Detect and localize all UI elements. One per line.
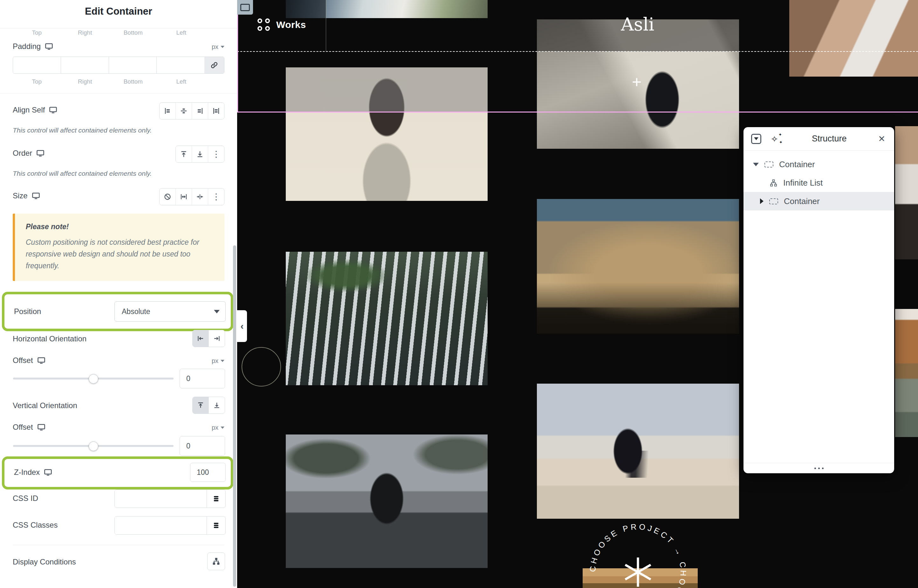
monitor-icon[interactable] xyxy=(44,469,52,476)
dot-icon xyxy=(815,468,816,469)
photo-portrait-plants[interactable] xyxy=(895,309,918,437)
order-note: This control will affect contained eleme… xyxy=(13,170,152,177)
works-nav-item[interactable]: Works xyxy=(257,18,306,31)
padding-right-input[interactable] xyxy=(61,57,109,73)
align-self-buttons xyxy=(159,102,225,120)
ellipsis-icon: ⋮ xyxy=(212,150,221,158)
css-id-label: CSS ID xyxy=(13,494,38,503)
css-classes-input[interactable] xyxy=(115,517,207,534)
chevron-down-icon xyxy=(221,360,225,362)
sparkles-icon[interactable]: ✧✦✦ xyxy=(771,134,782,144)
caret-right-icon[interactable] xyxy=(760,198,763,204)
order-last-button[interactable] xyxy=(192,146,208,162)
css-id-input[interactable] xyxy=(115,490,207,507)
dynamic-tags-button[interactable] xyxy=(207,490,225,507)
chevron-down-icon xyxy=(221,46,225,48)
horizontal-orientation-label: Horizontal Orientation xyxy=(13,334,86,343)
container-icon xyxy=(764,162,773,168)
position-label: Position xyxy=(14,307,41,316)
h-offset-unit-select[interactable]: px xyxy=(212,357,225,365)
v-offset-input[interactable] xyxy=(180,436,225,456)
tree-item-container-root[interactable]: Container xyxy=(743,155,894,174)
css-id-field xyxy=(115,489,226,508)
panel-collapse-tab[interactable]: ‹ xyxy=(237,310,247,342)
orient-bottom-icon xyxy=(213,401,221,409)
photo-pottery-strip[interactable] xyxy=(286,0,488,18)
position-select[interactable]: Absolute xyxy=(115,301,226,321)
orient-left-button[interactable] xyxy=(192,330,208,347)
orient-right-button[interactable] xyxy=(208,330,225,347)
stack-icon xyxy=(213,522,220,529)
monitor-icon[interactable] xyxy=(45,43,53,50)
tree-item-infinite-list[interactable]: Infinite List xyxy=(743,174,894,192)
monitor-icon[interactable] xyxy=(49,107,57,113)
v-offset-slider-handle[interactable] xyxy=(89,441,98,451)
size-custom-button[interactable]: ⋮ xyxy=(208,189,224,205)
link-icon xyxy=(210,61,218,69)
photo-waterfall[interactable] xyxy=(286,252,488,385)
sitemap-icon xyxy=(212,557,220,565)
order-first-icon xyxy=(180,150,187,158)
size-shrink-button[interactable] xyxy=(192,189,208,205)
size-grow-button[interactable] xyxy=(175,189,192,205)
h-offset-input[interactable] xyxy=(180,369,225,388)
monitor-icon[interactable] xyxy=(37,150,44,157)
structure-panel: ✧✦✦ Structure ✕ Container Infinite List … xyxy=(743,127,894,473)
order-custom-button[interactable]: ⋮ xyxy=(208,146,224,162)
size-none-button[interactable] xyxy=(160,189,175,205)
sitemap-icon xyxy=(769,179,777,187)
padding-unit-select[interactable]: px xyxy=(212,43,225,50)
structure-title: Structure xyxy=(782,134,877,144)
structure-resize-handle[interactable] xyxy=(743,463,894,473)
orient-left-icon xyxy=(197,335,204,342)
photo-woman-with-phone[interactable] xyxy=(286,67,488,201)
site-logo[interactable]: Asli xyxy=(614,14,661,35)
photo-rocks[interactable] xyxy=(537,199,739,334)
chevron-down-icon xyxy=(221,426,225,429)
z-index-input[interactable] xyxy=(191,463,225,481)
display-conditions-button[interactable] xyxy=(207,552,225,570)
padding-bottom-input[interactable] xyxy=(109,57,157,73)
monitor-icon[interactable] xyxy=(37,424,45,431)
orient-bottom-button[interactable] xyxy=(208,397,225,414)
padding-inputs xyxy=(13,57,225,74)
h-offset-slider-handle[interactable] xyxy=(89,374,98,384)
align-end-button[interactable] xyxy=(192,103,208,119)
v-offset-unit-select[interactable]: px xyxy=(212,424,225,431)
photo-salt-beach[interactable] xyxy=(537,384,739,519)
container-edit-handle[interactable] xyxy=(237,0,253,15)
align-center-button[interactable] xyxy=(175,103,192,119)
css-classes-field xyxy=(115,516,226,535)
padding-left-input[interactable] xyxy=(157,57,204,73)
boxed-caret-icon[interactable] xyxy=(751,134,761,144)
close-icon[interactable]: ✕ xyxy=(877,132,887,145)
dot-icon xyxy=(822,468,824,469)
panel-scrollbar[interactable] xyxy=(233,246,236,587)
align-start-button[interactable] xyxy=(160,103,175,119)
order-label-row: Order xyxy=(13,149,44,158)
photo-cat-with-book[interactable] xyxy=(895,126,918,259)
choose-project-ring[interactable]: CHOOSE PROJECT → CHOOSE PROJECT ↑ xyxy=(587,521,689,588)
link-values-button[interactable] xyxy=(204,57,224,73)
monitor-icon[interactable] xyxy=(37,357,45,364)
select-caret-icon xyxy=(214,310,220,313)
padding-label-row: Padding xyxy=(13,42,53,51)
photo-praying-hands[interactable] xyxy=(789,0,918,77)
chevron-left-icon: ‹ xyxy=(241,321,244,331)
padding-top-input[interactable] xyxy=(13,57,61,73)
h-offset-label-row: Offset xyxy=(13,356,45,365)
size-shrink-icon xyxy=(196,193,204,200)
size-buttons: ⋮ xyxy=(159,188,225,205)
dynamic-tags-button[interactable] xyxy=(207,517,225,534)
order-last-icon xyxy=(196,150,204,158)
divider xyxy=(0,94,237,94)
monitor-icon[interactable] xyxy=(32,192,40,199)
align-stretch-button[interactable] xyxy=(208,103,224,119)
tree-item-container-child[interactable]: Container xyxy=(743,192,894,210)
caret-down-icon[interactable] xyxy=(753,163,759,166)
orient-top-button[interactable] xyxy=(192,397,208,414)
tree-item-label: Container xyxy=(779,160,815,170)
order-first-button[interactable] xyxy=(176,146,192,162)
z-index-label-row: Z-Index xyxy=(14,468,52,477)
photo-motorcycle[interactable] xyxy=(286,435,488,568)
